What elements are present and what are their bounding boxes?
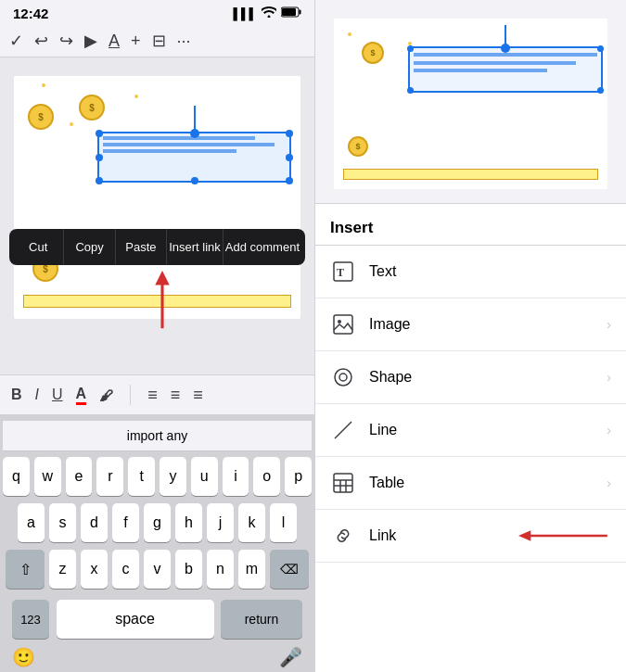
key-a[interactable]: a xyxy=(18,503,45,542)
play-icon[interactable]: ▶ xyxy=(84,31,97,51)
format-toolbar: B I U A 🖌 ≡ ≡ ≡ xyxy=(0,374,314,415)
status-icons: ▌▌▌ xyxy=(233,6,301,20)
key-z[interactable]: z xyxy=(49,550,76,589)
insert-item-shape[interactable]: Shape › xyxy=(315,351,626,404)
undo-icon[interactable]: ↩ xyxy=(34,31,48,51)
key-f[interactable]: f xyxy=(112,503,139,542)
image-chevron-icon: › xyxy=(607,317,611,332)
prev-dot xyxy=(348,32,351,36)
key-y[interactable]: y xyxy=(160,457,186,496)
image-icon xyxy=(330,311,356,337)
key-delete[interactable]: ⌫ xyxy=(270,550,309,589)
prev-yellow-bar xyxy=(343,169,598,180)
emoji-icon[interactable]: 🙂 xyxy=(12,646,35,668)
key-j[interactable]: j xyxy=(207,503,234,542)
prev-sel-line xyxy=(505,25,506,48)
key-p[interactable]: p xyxy=(285,457,312,496)
mic-icon[interactable]: 🎤 xyxy=(279,646,302,668)
key-space[interactable]: space xyxy=(57,600,214,639)
svg-rect-2 xyxy=(282,8,296,16)
right-panel: $ $ Insert xyxy=(315,0,626,672)
svg-rect-12 xyxy=(334,474,352,492)
key-o[interactable]: o xyxy=(253,457,280,496)
key-d[interactable]: d xyxy=(81,503,108,542)
add-icon[interactable]: + xyxy=(131,32,141,51)
handle-mr xyxy=(286,154,293,161)
key-r[interactable]: r xyxy=(96,457,123,496)
key-w[interactable]: w xyxy=(34,457,61,496)
key-e[interactable]: e xyxy=(66,457,93,496)
key-g[interactable]: g xyxy=(144,503,171,542)
red-arrow-up xyxy=(144,271,181,339)
insert-item-table[interactable]: Table › xyxy=(315,457,626,510)
align-left-icon[interactable]: ≡ xyxy=(147,386,158,405)
signal-icon: ▌▌▌ xyxy=(233,7,257,20)
red-arrow-left xyxy=(518,526,611,545)
insert-item-line[interactable]: Line › xyxy=(315,404,626,457)
coin-decoration: $ xyxy=(28,104,54,130)
key-return[interactable]: return xyxy=(221,600,302,639)
battery-icon xyxy=(281,6,301,20)
text-line-1 xyxy=(103,136,255,140)
italic-icon[interactable]: I xyxy=(35,387,39,403)
handle-br xyxy=(286,177,293,184)
key-i[interactable]: i xyxy=(223,457,249,496)
underline-icon[interactable]: U xyxy=(52,387,63,403)
align-center-icon[interactable]: ≡ xyxy=(171,386,181,405)
key-n[interactable]: n xyxy=(207,550,234,589)
keyboard-row-3: ⇧ z x c v b n m ⌫ xyxy=(3,550,312,589)
insert-list: T Text Image › xyxy=(315,246,626,672)
key-x[interactable]: x xyxy=(81,550,108,589)
text-color-icon[interactable]: A xyxy=(76,386,87,405)
prev-handle xyxy=(407,45,414,52)
key-t[interactable]: t xyxy=(128,457,155,496)
canvas-area: $ $ $ xyxy=(0,57,314,374)
key-u[interactable]: u xyxy=(191,457,218,496)
key-h[interactable]: h xyxy=(175,503,202,542)
insert-item-image[interactable]: Image › xyxy=(315,298,626,351)
handle-tm xyxy=(191,130,198,137)
key-shift[interactable]: ⇧ xyxy=(6,550,45,589)
layout-icon[interactable]: ⊟ xyxy=(152,31,166,51)
keyboard-accessory-bar: 🙂 🎤 xyxy=(3,646,312,672)
line-chevron-icon: › xyxy=(607,423,611,437)
key-c[interactable]: c xyxy=(112,550,139,589)
keyboard-bottom-row: 123 space return xyxy=(3,596,312,646)
image-label: Image xyxy=(369,316,607,333)
more-icon[interactable]: ··· xyxy=(177,32,191,51)
table-label: Table xyxy=(369,475,607,491)
prev-text-line xyxy=(414,53,597,57)
text-format-icon[interactable]: A xyxy=(109,32,120,51)
bold-icon[interactable]: B xyxy=(11,387,22,403)
copy-button[interactable]: Copy xyxy=(63,229,114,265)
check-icon[interactable]: ✓ xyxy=(9,31,23,51)
insert-item-link[interactable]: Link xyxy=(315,510,626,563)
key-q[interactable]: q xyxy=(3,457,30,496)
add-comment-button[interactable]: Add comment xyxy=(223,229,301,265)
key-num[interactable]: 123 xyxy=(12,600,49,639)
key-k[interactable]: k xyxy=(238,503,265,542)
text-line-3 xyxy=(103,149,236,153)
keyboard-row-2: a s d f g h j k l xyxy=(3,503,312,542)
handle-tl xyxy=(96,130,103,137)
key-b[interactable]: b xyxy=(175,550,202,589)
wifi-icon xyxy=(262,6,276,20)
brush-icon[interactable]: 🖌 xyxy=(99,387,113,403)
key-s[interactable]: s xyxy=(49,503,76,542)
insert-link-button[interactable]: Insert link xyxy=(166,229,223,265)
paste-button[interactable]: Paste xyxy=(115,229,166,265)
prev-coin: $ xyxy=(348,136,368,157)
keyboard-row-1: q w e r t y u i o p xyxy=(3,457,312,496)
coin-decoration: $ xyxy=(79,95,105,120)
key-v[interactable]: v xyxy=(144,550,171,589)
svg-text:T: T xyxy=(337,266,344,279)
align-right-icon[interactable]: ≡ xyxy=(193,386,203,405)
cut-button[interactable]: Cut xyxy=(13,229,63,265)
dot-decoration xyxy=(42,83,45,87)
insert-item-text[interactable]: T Text xyxy=(315,246,626,298)
redo-icon[interactable]: ↪ xyxy=(59,31,73,51)
key-l[interactable]: l xyxy=(270,503,297,542)
dot-decoration xyxy=(134,95,138,98)
table-chevron-icon: › xyxy=(607,475,611,490)
key-m[interactable]: m xyxy=(238,550,265,589)
